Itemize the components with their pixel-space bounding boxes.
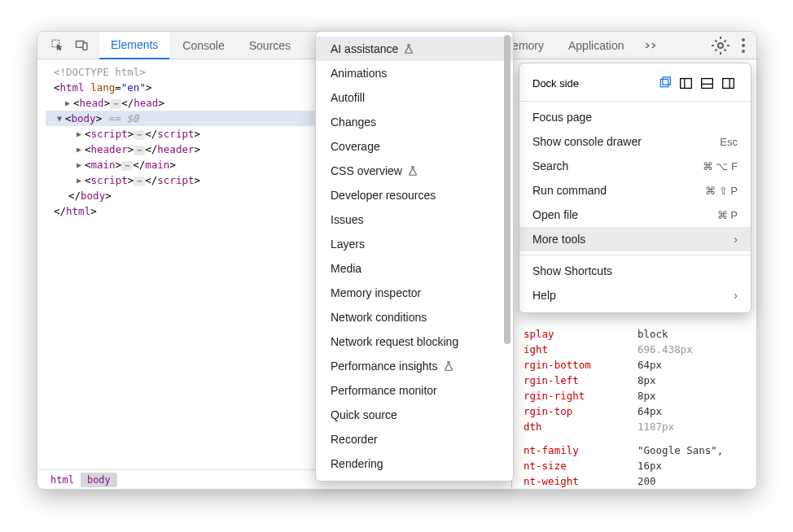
- style-prop: rgin-left: [524, 374, 637, 386]
- menu-show-console[interactable]: Show console drawerEsc: [519, 129, 751, 154]
- submenu-dev-resources[interactable]: Developer resources: [316, 183, 513, 207]
- style-val: 16px: [637, 460, 662, 472]
- body-close-node[interactable]: </body>: [68, 188, 112, 203]
- main-menu: Dock side Focus page Show console drawer…: [519, 63, 751, 313]
- script-node2[interactable]: <script>⋯</script>: [85, 172, 200, 188]
- style-prop: rgin-bottom: [524, 359, 637, 371]
- style-val: block: [637, 328, 668, 340]
- device-toolbar-icon[interactable]: [72, 36, 91, 55]
- style-val: 200: [637, 475, 656, 487]
- menu-show-shortcuts[interactable]: Show Shortcuts: [519, 259, 751, 283]
- menu-focus-page[interactable]: Focus page: [519, 105, 751, 129]
- scrollbar[interactable]: [504, 35, 512, 377]
- html-open-node[interactable]: <html lang="en">: [54, 80, 151, 95]
- style-val: 8px: [637, 374, 656, 386]
- kebab-menu-icon[interactable]: [734, 36, 753, 55]
- style-prop: rgin-top: [524, 405, 637, 417]
- crumb-body[interactable]: body: [81, 473, 117, 487]
- svg-rect-9: [680, 78, 691, 88]
- dock-right-icon[interactable]: [718, 73, 738, 93]
- svg-point-4: [742, 38, 745, 41]
- dock-bottom-icon[interactable]: [697, 73, 716, 93]
- tab-elements[interactable]: Elements: [99, 32, 169, 59]
- submenu-network-blocking[interactable]: Network request blocking: [316, 329, 513, 354]
- menu-more-tools[interactable]: More tools›: [519, 227, 751, 251]
- flask-icon: [443, 360, 454, 372]
- gear-icon[interactable]: [711, 36, 730, 55]
- submenu-memory-inspector[interactable]: Memory inspector: [316, 281, 513, 305]
- menu-open-file[interactable]: Open file⌘ P: [519, 203, 751, 227]
- svg-point-3: [718, 43, 723, 48]
- svg-rect-11: [701, 78, 712, 88]
- crumb-html[interactable]: html: [44, 473, 81, 487]
- body-node[interactable]: <body> == $0: [65, 111, 138, 126]
- script-node1[interactable]: <script>⋯</script>: [85, 126, 200, 142]
- menu-search[interactable]: Search⌘ ⌥ F: [519, 154, 751, 178]
- main-node[interactable]: <main>⋯</main>: [85, 157, 176, 172]
- header-node[interactable]: <header>⋯</header>: [85, 142, 200, 157]
- tab-application[interactable]: Application: [557, 32, 636, 59]
- style-prop: nt-size: [524, 460, 637, 472]
- submenu-media[interactable]: Media: [316, 256, 513, 281]
- html-close-node[interactable]: </html>: [54, 203, 97, 219]
- submenu-ai-assistance[interactable]: AI assistance: [316, 37, 513, 61]
- style-prop: ight: [524, 343, 637, 355]
- submenu-quick-source[interactable]: Quick source: [316, 403, 513, 427]
- style-val: 64px: [637, 359, 662, 371]
- style-val: 64px: [637, 405, 662, 417]
- svg-rect-7: [660, 79, 668, 86]
- submenu-coverage[interactable]: Coverage: [316, 134, 513, 159]
- submenu-changes[interactable]: Changes: [316, 110, 513, 134]
- inspect-icon[interactable]: [47, 36, 67, 55]
- chevron-right-icon: ›: [734, 233, 738, 246]
- submenu-performance-insights[interactable]: Performance insights: [316, 354, 513, 378]
- dock-icons: [655, 73, 738, 93]
- tab-overflow-icon[interactable]: [637, 32, 665, 59]
- dock-left-icon[interactable]: [676, 73, 695, 93]
- dock-undock-icon[interactable]: [655, 73, 674, 93]
- style-val: "Google Sans",: [637, 444, 723, 456]
- svg-rect-8: [662, 76, 669, 84]
- menu-run-command[interactable]: Run command⌘ ⇧ P: [519, 178, 751, 203]
- style-val: 1187px: [637, 421, 674, 433]
- doctype-node: <!DOCTYPE html>: [54, 64, 146, 80]
- submenu-layers[interactable]: Layers: [316, 232, 513, 256]
- submenu-recorder[interactable]: Recorder: [316, 427, 513, 451]
- tab-sources[interactable]: Sources: [238, 32, 302, 59]
- submenu-performance-monitor[interactable]: Performance monitor: [316, 378, 513, 403]
- submenu-rendering[interactable]: Rendering: [316, 451, 513, 476]
- submenu-autofill[interactable]: Autofill: [316, 85, 513, 110]
- submenu-animations[interactable]: Animations: [316, 61, 513, 85]
- submenu-issues[interactable]: Issues: [316, 207, 513, 232]
- style-prop: nt-weight: [524, 475, 637, 487]
- dock-side-label: Dock side: [532, 77, 579, 89]
- flask-icon: [407, 165, 418, 177]
- chevron-right-icon: ›: [734, 289, 738, 302]
- style-prop: nt-family: [524, 444, 637, 456]
- style-prop: splay: [524, 328, 637, 340]
- style-val: 8px: [637, 390, 656, 402]
- tab-console[interactable]: Console: [171, 32, 235, 59]
- svg-rect-13: [722, 78, 734, 88]
- style-prop: rgin-right: [524, 390, 637, 402]
- more-tools-submenu: AI assistance Animations Autofill Change…: [315, 31, 514, 482]
- submenu-css-overview[interactable]: CSS overview: [316, 159, 513, 183]
- submenu-network-conditions[interactable]: Network conditions: [316, 305, 513, 329]
- svg-point-5: [742, 44, 745, 47]
- head-node[interactable]: <head>⋯</head>: [73, 95, 164, 111]
- style-val: 696.438px: [637, 343, 693, 355]
- svg-rect-2: [82, 43, 86, 50]
- flask-icon: [403, 43, 414, 55]
- svg-point-6: [742, 50, 745, 53]
- style-prop: dth: [524, 421, 637, 433]
- menu-help[interactable]: Help›: [519, 283, 751, 307]
